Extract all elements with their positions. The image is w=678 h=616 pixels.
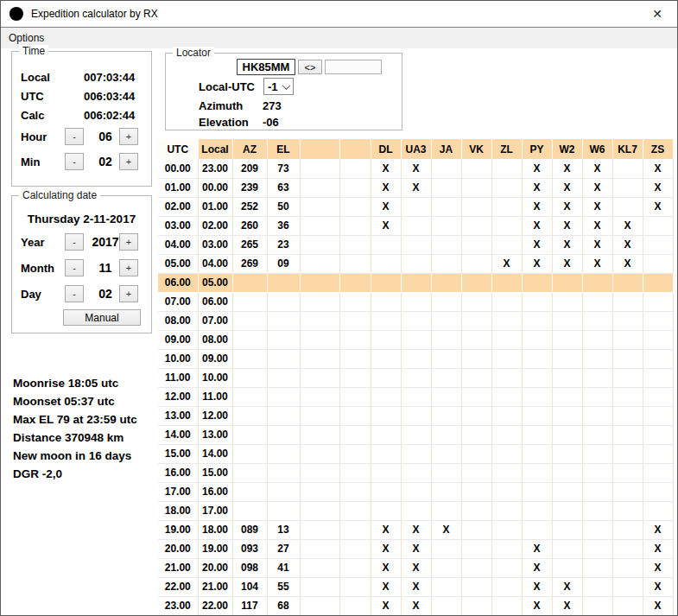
cell-ua3[interactable]: [401, 254, 431, 273]
hour-plus-button[interactable]: +: [119, 128, 138, 145]
cell-py[interactable]: [522, 520, 552, 539]
cell-py[interactable]: [522, 387, 552, 406]
cell-w2[interactable]: X: [552, 178, 582, 197]
cell-zs[interactable]: [643, 273, 673, 292]
cell-ja[interactable]: X: [431, 520, 461, 539]
cell-ua3[interactable]: [401, 501, 431, 520]
cell-empty[interactable]: [300, 273, 339, 292]
cell-empty[interactable]: [300, 425, 339, 444]
cell-local[interactable]: 07.00: [198, 311, 232, 330]
cell-dl[interactable]: [371, 444, 401, 463]
cell-zl[interactable]: [491, 577, 522, 596]
cell-zs[interactable]: X: [643, 520, 673, 539]
cell-zs[interactable]: [643, 482, 673, 501]
cell-w6[interactable]: [582, 349, 612, 368]
cell-el[interactable]: [267, 406, 300, 425]
cell-w2[interactable]: X: [552, 159, 582, 178]
cell-ua3[interactable]: [401, 444, 431, 463]
cell-w6[interactable]: [582, 406, 612, 425]
cell-zs[interactable]: X: [643, 539, 673, 558]
cell-zs[interactable]: X: [643, 558, 673, 577]
cell-empty[interactable]: [339, 368, 371, 387]
cell-ua3[interactable]: [401, 406, 431, 425]
cell-w6[interactable]: [582, 539, 612, 558]
cell-zl[interactable]: [491, 387, 522, 406]
cell-zs[interactable]: [643, 235, 673, 254]
cell-ua3[interactable]: X: [401, 178, 431, 197]
cell-w6[interactable]: [582, 444, 612, 463]
cell-ua3[interactable]: X: [401, 520, 431, 539]
cell-ja[interactable]: [431, 425, 461, 444]
cell-vk[interactable]: [461, 235, 491, 254]
cell-utc[interactable]: 05.00: [158, 254, 198, 273]
cell-utc[interactable]: 13.00: [158, 406, 198, 425]
cell-local[interactable]: 19.00: [198, 539, 232, 558]
cell-empty[interactable]: [339, 178, 371, 197]
cell-kl7[interactable]: [612, 273, 643, 292]
cell-zl[interactable]: [491, 444, 522, 463]
cell-vk[interactable]: [461, 463, 491, 482]
cell-w6[interactable]: [582, 311, 612, 330]
cell-w2[interactable]: [552, 349, 582, 368]
cell-py[interactable]: X: [522, 178, 552, 197]
cell-vk[interactable]: [461, 520, 491, 539]
cell-utc[interactable]: 12.00: [158, 387, 198, 406]
cell-el[interactable]: [267, 292, 300, 311]
cell-vk[interactable]: [461, 273, 491, 292]
cell-w6[interactable]: [582, 520, 612, 539]
cell-zl[interactable]: [491, 311, 522, 330]
cell-ua3[interactable]: X: [401, 558, 431, 577]
column-header-w6[interactable]: W6: [582, 139, 612, 159]
cell-local[interactable]: 06.00: [198, 292, 232, 311]
cell-vk[interactable]: [461, 216, 491, 235]
cell-local[interactable]: 09.00: [198, 349, 232, 368]
column-header-dl[interactable]: DL: [371, 139, 401, 159]
cell-empty[interactable]: [300, 387, 339, 406]
cell-vk[interactable]: [461, 482, 491, 501]
cell-vk[interactable]: [461, 254, 491, 273]
cell-utc[interactable]: 06.00: [158, 273, 198, 292]
cell-zs[interactable]: [643, 254, 673, 273]
cell-el[interactable]: 09: [267, 254, 300, 273]
cell-w6[interactable]: [582, 273, 612, 292]
cell-az[interactable]: 252: [232, 197, 267, 216]
cell-empty[interactable]: [339, 482, 371, 501]
cell-py[interactable]: [522, 273, 552, 292]
cell-local[interactable]: 17.00: [198, 501, 232, 520]
cell-ja[interactable]: [431, 558, 461, 577]
cell-ja[interactable]: [431, 292, 461, 311]
cell-utc[interactable]: 00.00: [158, 159, 198, 178]
column-header-utc[interactable]: UTC: [158, 139, 198, 159]
column-header-zl[interactable]: ZL: [491, 139, 522, 159]
cell-w2[interactable]: [552, 463, 582, 482]
cell-az[interactable]: 239: [232, 178, 267, 197]
cell-az[interactable]: [232, 425, 267, 444]
cell-empty[interactable]: [339, 596, 371, 615]
cell-zs[interactable]: [643, 349, 673, 368]
cell-empty[interactable]: [300, 159, 339, 178]
cell-kl7[interactable]: [612, 577, 643, 596]
cell-py[interactable]: X: [522, 159, 552, 178]
cell-py[interactable]: X: [522, 216, 552, 235]
cell-empty[interactable]: [300, 406, 339, 425]
cell-zl[interactable]: [491, 463, 522, 482]
column-header-py[interactable]: PY: [522, 139, 552, 159]
cell-empty[interactable]: [339, 577, 371, 596]
cell-vk[interactable]: [461, 596, 491, 615]
cell-local[interactable]: 11.00: [198, 387, 232, 406]
cell-el[interactable]: 73: [267, 159, 300, 178]
cell-w6[interactable]: [582, 330, 612, 349]
cell-local[interactable]: 18.00: [198, 520, 232, 539]
cell-vk[interactable]: [461, 406, 491, 425]
cell-empty[interactable]: [300, 539, 339, 558]
menu-options[interactable]: Options: [1, 32, 52, 44]
cell-utc[interactable]: 04.00: [158, 235, 198, 254]
cell-empty[interactable]: [339, 463, 371, 482]
cell-zl[interactable]: [491, 216, 522, 235]
cell-zl[interactable]: [491, 501, 522, 520]
cell-zs[interactable]: [643, 463, 673, 482]
column-header-empty[interactable]: [339, 139, 371, 159]
cell-az[interactable]: [232, 311, 267, 330]
cell-empty[interactable]: [300, 178, 339, 197]
min-minus-button[interactable]: -: [65, 153, 84, 170]
